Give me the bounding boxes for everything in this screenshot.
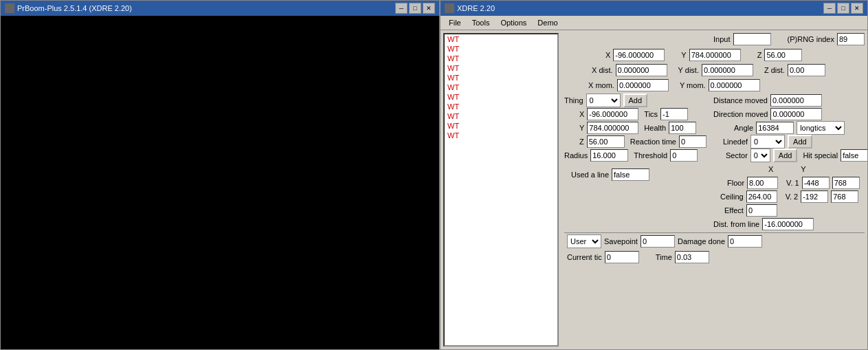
thing-y-field[interactable] (587, 122, 638, 134)
radius-field[interactable] (590, 149, 628, 162)
dist-from-line-field[interactable] (762, 218, 814, 230)
prng-field[interactable] (837, 33, 865, 45)
damage-done-field[interactable] (728, 235, 762, 248)
user-select[interactable]: User (567, 234, 601, 248)
dir-moved-field[interactable] (770, 108, 822, 120)
thing-select[interactable]: 0 (586, 94, 621, 107)
xdist-field[interactable] (616, 64, 667, 76)
radius-label: Radius (564, 151, 588, 160)
dir-moved-label: Direction moved (713, 110, 768, 118)
linedef-add-button[interactable]: Add (788, 135, 812, 149)
prboom-icon (5, 3, 14, 13)
zdist-label: Z dist. (764, 66, 785, 74)
thing-y-row: Y Health (564, 121, 708, 135)
xmom-field[interactable] (617, 79, 669, 91)
menubar: File Tools Options Demo (441, 16, 867, 30)
input-field[interactable] (733, 33, 771, 45)
ceiling-v2-row: Ceiling V. 2 (713, 190, 865, 204)
ymom-label: Y mom. (680, 81, 706, 89)
prboom-title: PrBoom-Plus 2.5.1.4 (XDRE 2.20) (17, 4, 132, 12)
linedef-row: Linedef 0 Add (713, 135, 865, 149)
z-field[interactable] (764, 49, 802, 61)
hit-special-field[interactable] (841, 149, 867, 162)
ceiling-field[interactable] (746, 190, 777, 203)
x-field[interactable] (613, 49, 665, 61)
bottom-bar: User Savepoint Damage done Current tic T… (564, 232, 865, 265)
dist-moved-label: Distance moved (713, 96, 768, 105)
thing-z-field[interactable] (587, 135, 625, 148)
list-item[interactable]: WT (445, 44, 557, 54)
sector-select[interactable]: 0 (750, 149, 770, 162)
time-field[interactable] (675, 251, 709, 263)
v2-y-field[interactable] (831, 190, 858, 203)
zdist-field[interactable] (788, 64, 825, 76)
close-button[interactable]: ✕ (423, 3, 435, 14)
linedef-select[interactable]: 0 (750, 135, 785, 149)
effect-field[interactable] (746, 204, 777, 217)
title-bar-left: PrBoom-Plus 2.5.1.4 (XDRE 2.20) (5, 3, 132, 13)
dist-moved-row: Distance moved (713, 94, 865, 107)
list-panel[interactable]: WTWTWTWTWTWTWTWTWTWTWT (443, 33, 559, 347)
y-field[interactable] (689, 49, 741, 61)
used-line-row: Used a line (564, 168, 708, 182)
list-item[interactable]: WT (445, 131, 557, 140)
xdre-close-button[interactable]: ✕ (851, 3, 863, 14)
thing-x-label: X (579, 110, 584, 118)
menu-file[interactable]: File (443, 17, 467, 28)
dir-moved-row: Direction moved (713, 107, 865, 121)
list-item[interactable]: WT (445, 73, 557, 83)
dist-moved-field[interactable] (770, 94, 822, 107)
user-savepoint-row: User Savepoint (567, 234, 675, 248)
list-item[interactable]: WT (445, 111, 557, 121)
list-item[interactable]: WT (445, 34, 557, 44)
sector-add-button[interactable]: Add (773, 149, 798, 162)
prboom-title-bar: PrBoom-Plus 2.5.1.4 (XDRE 2.20) ─ □ ✕ (1, 1, 439, 16)
z-label: Z (757, 51, 762, 59)
v1-x-field[interactable] (802, 177, 830, 189)
floor-field[interactable] (747, 177, 778, 189)
y-label: Y (681, 51, 686, 59)
savepoint-label: Savepoint (604, 237, 638, 245)
right-panel: Input (P)RNG index X Y Z X dist. Y dist. (561, 30, 867, 349)
thing-health-field[interactable] (669, 122, 696, 134)
v2-x-field[interactable] (801, 190, 828, 203)
angle-field[interactable] (756, 122, 794, 134)
list-item[interactable]: WT (445, 92, 557, 102)
floor-v1-row: Floor V. 1 (713, 176, 865, 190)
list-item[interactable]: WT (445, 121, 557, 131)
list-item[interactable]: WT (445, 83, 557, 92)
thing-reaction-field[interactable] (679, 135, 706, 148)
right-form: Distance moved Direction moved Angle lon… (713, 94, 865, 231)
title-bar-controls: ─ □ ✕ (395, 3, 435, 14)
v1-y-field[interactable] (832, 177, 860, 189)
thing-tics-field[interactable] (660, 108, 688, 120)
ymom-field[interactable] (709, 79, 760, 91)
thing-tics-label: Tics (644, 110, 658, 118)
thing-x-field[interactable] (587, 108, 638, 120)
ydist-field[interactable] (702, 64, 753, 76)
current-tic-label: Current tic (567, 253, 602, 261)
tic-time-row: Current tic Time (567, 251, 709, 263)
menu-demo[interactable]: Demo (532, 17, 563, 28)
savepoint-field[interactable] (641, 235, 675, 248)
used-line-field[interactable] (612, 168, 649, 181)
maximize-button[interactable]: □ (409, 3, 421, 14)
list-item[interactable]: WT (445, 102, 557, 111)
dist-from-line-label: Dist. from line (713, 220, 759, 228)
menu-options[interactable]: Options (495, 17, 532, 28)
mom-row: X mom. Y mom. (564, 78, 865, 92)
input-prng-row: Input (P)RNG index (564, 33, 865, 45)
two-col-area: Thing 0 Add X Tics Y (564, 94, 865, 231)
menu-tools[interactable]: Tools (467, 17, 496, 28)
longtics-select[interactable]: longtics (797, 121, 845, 135)
xdre-window: XDRE 2.20 ─ □ ✕ File Tools Options Demo … (440, 0, 868, 350)
xdre-minimize-button[interactable]: ─ (823, 3, 836, 14)
list-item[interactable]: WT (445, 54, 557, 63)
threshold-field[interactable] (670, 149, 698, 162)
angle-row: Angle longtics (713, 121, 865, 135)
list-item[interactable]: WT (445, 63, 557, 73)
xdre-maximize-button[interactable]: □ (837, 3, 849, 14)
minimize-button[interactable]: ─ (395, 3, 408, 14)
current-tic-field[interactable] (605, 251, 639, 263)
thing-add-button[interactable]: Add (623, 94, 648, 107)
